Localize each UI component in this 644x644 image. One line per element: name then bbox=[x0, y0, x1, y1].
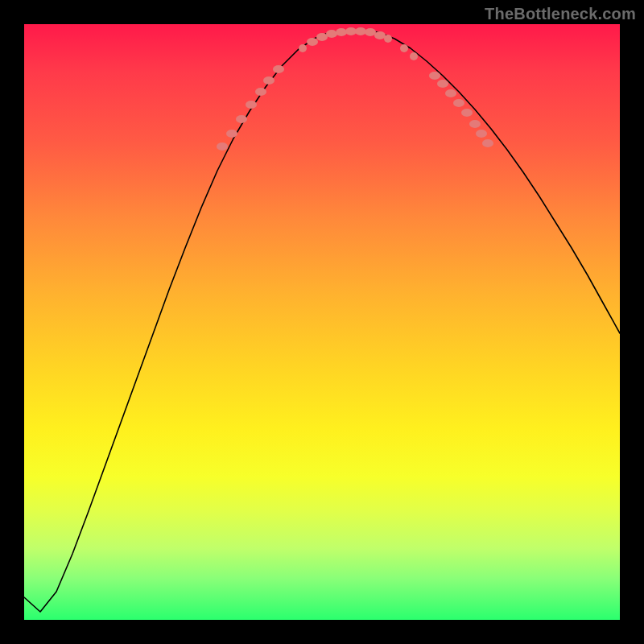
data-dot bbox=[482, 139, 493, 147]
data-dot bbox=[236, 115, 247, 123]
data-dot bbox=[263, 76, 275, 85]
plot-area bbox=[24, 24, 620, 620]
data-dot bbox=[226, 130, 237, 138]
data-dot bbox=[217, 142, 228, 151]
data-dot bbox=[299, 44, 307, 52]
data-dot bbox=[469, 120, 481, 128]
data-dots bbox=[217, 27, 493, 151]
data-dot bbox=[476, 130, 487, 138]
data-dot bbox=[273, 65, 284, 73]
data-dot bbox=[374, 31, 386, 39]
data-dot bbox=[336, 28, 347, 36]
data-dot bbox=[246, 101, 257, 109]
data-dot bbox=[461, 109, 473, 117]
data-dot bbox=[316, 33, 328, 41]
data-dot bbox=[445, 89, 456, 97]
data-dot bbox=[410, 52, 418, 60]
data-dot bbox=[437, 80, 448, 88]
data-dot bbox=[429, 72, 440, 80]
bottleneck-curve bbox=[24, 31, 620, 612]
chart-svg bbox=[24, 24, 620, 620]
chart-frame: TheBottleneck.com bbox=[0, 0, 644, 644]
data-dot bbox=[384, 35, 392, 43]
data-dot bbox=[255, 88, 266, 96]
data-dot bbox=[365, 28, 376, 36]
data-dot bbox=[355, 27, 366, 35]
data-dot bbox=[453, 99, 464, 107]
data-dot bbox=[345, 27, 357, 35]
data-dot bbox=[307, 38, 318, 46]
watermark-text: TheBottleneck.com bbox=[485, 5, 636, 23]
data-dot bbox=[400, 44, 408, 52]
data-dot bbox=[326, 30, 337, 38]
